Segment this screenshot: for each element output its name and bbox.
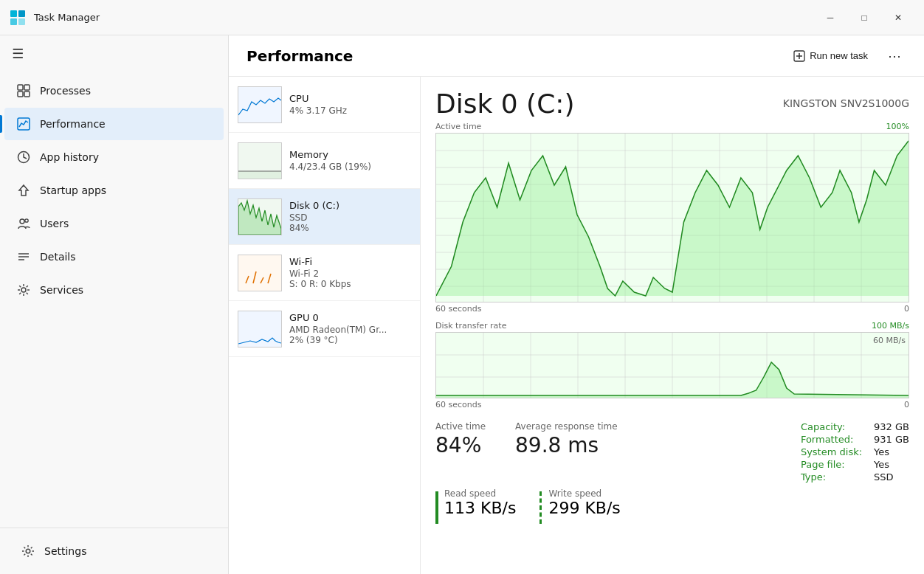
- active-time-stat: Active time 84%: [435, 421, 486, 457]
- page-file-value: Yes: [874, 459, 909, 470]
- more-options-button[interactable]: ⋯: [883, 44, 906, 68]
- startup-icon: [16, 183, 31, 198]
- memory-name: Memory: [289, 149, 411, 160]
- memory-info: Memory 4.4/23.4 GB (19%): [289, 149, 411, 172]
- write-value: 299 KB/s: [548, 499, 620, 517]
- device-item-wifi[interactable]: Wi-Fi Wi-Fi 2 S: 0 R: 0 Kbps: [229, 245, 420, 301]
- chart2-time-right: 0: [904, 400, 909, 409]
- chart1-label-left: Active time: [435, 122, 481, 131]
- content-area: Performance Run new task ⋯: [229, 35, 924, 574]
- detail-header: Disk 0 (C:) KINGSTON SNV2S1000G: [435, 89, 909, 119]
- gear-icon: [21, 544, 35, 559]
- active-time-chart-container: Active time 100%: [435, 122, 909, 314]
- svg-point-10: [20, 219, 24, 224]
- device-item-gpu0[interactable]: GPU 0 AMD Radeon(TM) Gr... 2% (39 °C): [229, 301, 420, 357]
- sidebar-item-settings[interactable]: Settings: [9, 535, 219, 567]
- write-info: Write speed 299 KB/s: [548, 488, 620, 517]
- run-task-label: Run new task: [810, 50, 868, 61]
- svg-marker-22: [238, 201, 281, 235]
- cpu-info: CPU 4% 3.17 GHz: [289, 93, 411, 116]
- sidebar-hamburger[interactable]: ☰: [0, 35, 228, 71]
- users-icon: [16, 216, 31, 231]
- chart2-time-left: 60 seconds: [435, 400, 481, 409]
- capacity-label: Capacity:: [801, 421, 862, 432]
- wifi-sub: Wi-Fi 2: [289, 269, 411, 279]
- sidebar-item-processes[interactable]: Processes: [4, 75, 224, 107]
- content-header: Performance Run new task ⋯: [229, 35, 924, 77]
- sidebar-item-performance[interactable]: Performance: [4, 108, 224, 140]
- svg-point-11: [25, 219, 28, 222]
- app-body: ☰ Processes: [0, 35, 924, 574]
- type-label: Type:: [801, 471, 862, 483]
- avg-response-label: Average response time: [515, 421, 618, 432]
- svg-line-23: [246, 276, 249, 283]
- svg-rect-6: [18, 91, 23, 97]
- speed-block: Read speed 113 KB/s Write speed 299 KB/s: [435, 488, 909, 524]
- disk-sparkline: [238, 198, 282, 235]
- maximize-button[interactable]: □: [847, 6, 881, 30]
- main-stats: Active time 84% Average response time 89…: [435, 421, 801, 457]
- write-speed: Write speed 299 KB/s: [539, 488, 620, 524]
- svg-point-16: [26, 549, 30, 553]
- grid-icon: [16, 83, 31, 98]
- sidebar-item-users[interactable]: Users: [4, 207, 224, 240]
- sidebar-item-app-history[interactable]: App history: [4, 141, 224, 173]
- memory-stats: 4.4/23.4 GB (19%): [289, 162, 411, 172]
- svg-point-15: [21, 288, 26, 292]
- app-icon: [9, 9, 27, 27]
- close-button[interactable]: ✕: [881, 6, 915, 30]
- formatted-label: Formatted:: [801, 434, 862, 445]
- chart2-time-row: 60 seconds 0: [435, 400, 909, 409]
- services-icon: [16, 283, 31, 297]
- device-item-disk0[interactable]: Disk 0 (C:) SSD 84%: [229, 189, 420, 245]
- chart-icon: [16, 117, 31, 131]
- chart2-secondary-right: 60 MB/s: [873, 336, 906, 345]
- gpu-name: GPU 0: [289, 312, 411, 323]
- minimize-button[interactable]: ─: [813, 6, 847, 30]
- sidebar-item-app-history-label: App history: [40, 151, 99, 163]
- svg-rect-5: [24, 85, 30, 90]
- sidebar-item-details[interactable]: Details: [4, 241, 224, 273]
- gpu-model: AMD Radeon(TM) Gr...: [289, 325, 411, 335]
- sidebar-item-startup-apps[interactable]: Startup apps: [4, 174, 224, 207]
- svg-line-26: [268, 274, 271, 283]
- transfer-rate-chart: 60 MB/s: [435, 332, 909, 398]
- run-new-task-button[interactable]: Run new task: [785, 46, 877, 66]
- capacity-value: 932 GB: [874, 421, 909, 432]
- sidebar-item-startup-label: Startup apps: [40, 184, 106, 196]
- sidebar-item-processes-label: Processes: [40, 85, 91, 97]
- active-time-chart: [435, 133, 909, 302]
- run-task-icon: [793, 50, 805, 62]
- chart1-time-row: 60 seconds 0: [435, 304, 909, 314]
- details-icon: [16, 249, 31, 264]
- disk-info-grid: Capacity: 932 GB Formatted: 931 GB Syste…: [801, 421, 909, 483]
- gpu-stat: 2% (39 °C): [289, 335, 411, 345]
- svg-rect-1: [18, 10, 25, 17]
- chart2-label-right: 100 MB/s: [872, 321, 909, 331]
- sidebar-item-settings-label: Settings: [44, 545, 86, 557]
- chart1-label-row: Active time 100%: [435, 122, 909, 131]
- page-file-label: Page file:: [801, 459, 862, 470]
- sidebar-item-services[interactable]: Services: [4, 274, 224, 306]
- device-item-memory[interactable]: Memory 4.4/23.4 GB (19%): [229, 133, 420, 189]
- read-bar: [435, 491, 438, 524]
- avg-response-value: 89.8 ms: [515, 433, 618, 457]
- system-disk-value: Yes: [874, 446, 909, 457]
- sidebar-item-details-label: Details: [40, 251, 76, 263]
- detail-model: KINGSTON SNV2S1000G: [783, 97, 909, 109]
- chart2-label-row: Disk transfer rate 100 MB/s: [435, 321, 909, 331]
- write-bar: [539, 491, 542, 524]
- svg-line-24: [253, 272, 256, 283]
- chart2-label-left: Disk transfer rate: [435, 321, 506, 331]
- transfer-rate-chart-container: Disk transfer rate 100 MB/s 60 MB/s: [435, 317, 909, 409]
- device-item-cpu[interactable]: CPU 4% 3.17 GHz: [229, 77, 420, 133]
- system-disk-label: System disk:: [801, 446, 862, 457]
- wifi-name: Wi-Fi: [289, 256, 411, 267]
- svg-rect-20: [238, 171, 281, 179]
- page-title: Performance: [246, 47, 785, 65]
- chart1-label-right: 100%: [886, 122, 909, 131]
- svg-rect-4: [18, 85, 23, 90]
- detail-title: Disk 0 (C:): [435, 89, 574, 119]
- gpu-sparkline: [238, 311, 282, 347]
- svg-rect-0: [10, 10, 17, 17]
